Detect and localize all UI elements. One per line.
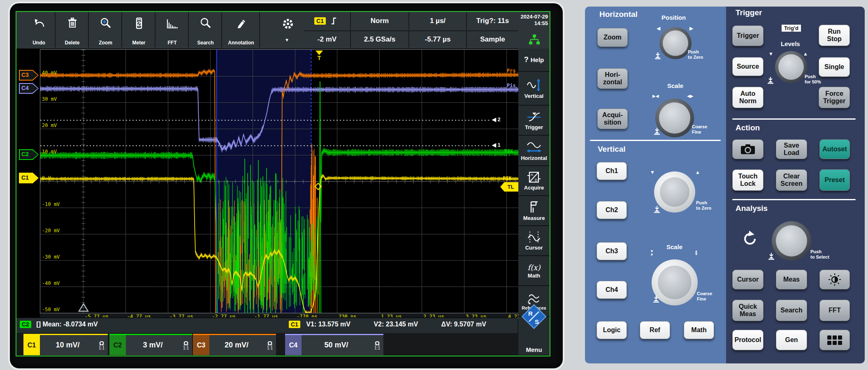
touch-lock-button[interactable]: Touch Lock bbox=[732, 169, 764, 191]
pencil-icon bbox=[234, 17, 248, 30]
cursor-results[interactable]: C1 V1: 13.575 mV V2: 23.145 mV ΔV: 9.570… bbox=[289, 321, 486, 328]
fft-button[interactable]: FFT bbox=[156, 12, 189, 48]
touch-icon bbox=[653, 127, 661, 135]
toolbar-expand-arrow[interactable]: ▼ bbox=[285, 37, 289, 42]
cursor-dv-value: ΔV: 9.5707 mV bbox=[441, 321, 486, 328]
sidebar-item-help[interactable]: ? Help bbox=[518, 49, 550, 72]
channel-c1-box[interactable]: C1 10 mV/ Ω1:1 bbox=[23, 334, 108, 355]
status-trigger-mode-cell[interactable]: Norm bbox=[350, 12, 408, 30]
acquire-label: Acquire bbox=[524, 185, 544, 191]
front-panel: Horizontal Zoom Hori- zontal Acqui- siti… bbox=[578, 0, 868, 370]
fft-panel-button[interactable]: FFT bbox=[819, 300, 850, 321]
touch-icon bbox=[652, 295, 660, 303]
channel-c4-box[interactable]: C4 50 mV/ Ω1:1 bbox=[285, 334, 383, 355]
status-timebase-cell[interactable]: 1 µs/ bbox=[408, 12, 466, 30]
c2-position-badge[interactable]: C2 bbox=[19, 149, 39, 160]
trigger-position-marker[interactable]: T bbox=[315, 50, 323, 61]
vertical-icon bbox=[526, 78, 542, 92]
zoom-label: Zoom bbox=[99, 40, 112, 46]
c1-position-badge[interactable]: C1 bbox=[19, 173, 39, 183]
cursor2-marker[interactable]: ◀ 2 bbox=[492, 116, 501, 123]
quick-meas-button[interactable]: Quick Meas bbox=[732, 300, 764, 321]
search-button[interactable]: Search bbox=[190, 12, 222, 48]
zoom-panel-button[interactable]: Zoom bbox=[597, 28, 628, 47]
cursor-button[interactable]: Cursor bbox=[732, 270, 764, 289]
acqmode-value: Sample bbox=[480, 35, 505, 44]
logic-button[interactable]: Logic bbox=[596, 321, 627, 339]
c1-coupling: Ω bbox=[99, 340, 104, 346]
meter-button[interactable]: Meter bbox=[123, 12, 155, 48]
sidebar-item-trigger[interactable]: Trigger bbox=[518, 106, 550, 136]
c4-position-badge[interactable]: C4 bbox=[19, 83, 39, 94]
status-trigger-source-cell[interactable]: C1 bbox=[304, 12, 350, 30]
protocol-button[interactable]: Protocol bbox=[732, 330, 764, 350]
vertical-section-title: Vertical bbox=[598, 145, 626, 154]
sidebar-item-acquire[interactable]: AD Acquire bbox=[518, 166, 550, 196]
search-panel-button[interactable]: Search bbox=[776, 300, 807, 321]
cursor1-marker[interactable]: ◀ 1 bbox=[492, 142, 501, 148]
ch1-button[interactable]: Ch1 bbox=[596, 162, 627, 180]
status-hposition-cell[interactable]: -5.77 µs bbox=[408, 30, 466, 48]
status-trigger-state-cell[interactable]: Trig?: 11s bbox=[466, 12, 518, 30]
c3-coupling: Ω bbox=[267, 340, 272, 346]
svg-text:A: A bbox=[531, 173, 533, 177]
trigger-menu-button[interactable]: Trigger bbox=[732, 25, 764, 46]
analysis-knob[interactable] bbox=[772, 221, 811, 261]
touch-icon bbox=[654, 52, 661, 59]
math-button[interactable]: Math bbox=[684, 321, 714, 339]
v-label-n30mv: -30 mV bbox=[42, 254, 60, 260]
sidebar-item-math[interactable]: f(x) Math bbox=[518, 256, 550, 286]
help-label: Help bbox=[531, 56, 544, 63]
rs-logo[interactable]: RS bbox=[521, 303, 547, 331]
preset-button[interactable]: Preset bbox=[819, 169, 850, 191]
sidebar-item-vertical[interactable]: Vertical bbox=[518, 72, 550, 106]
ch3-button[interactable]: Ch3 bbox=[596, 242, 627, 260]
horizontal-scale-knob[interactable] bbox=[655, 99, 694, 137]
settings-gear-button[interactable] bbox=[282, 18, 294, 32]
undo-button[interactable]: Undo bbox=[23, 12, 56, 48]
sidebar-item-cursor[interactable]: Cursor bbox=[518, 226, 550, 256]
status-offset-cell[interactable]: -2 mV bbox=[304, 30, 350, 48]
horizontal-panel-button[interactable]: Hori- zontal bbox=[597, 68, 628, 89]
c3-position-badge[interactable]: C3 bbox=[19, 70, 39, 81]
apps-button[interactable] bbox=[819, 330, 850, 350]
single-button[interactable]: Single bbox=[819, 57, 850, 77]
touch-icon bbox=[653, 206, 661, 213]
sidebar-item-measure[interactable]: Measure bbox=[518, 196, 550, 226]
h-pos-push-hint: Push to Zero bbox=[688, 49, 703, 60]
ch4-button[interactable]: Ch4 bbox=[596, 281, 627, 299]
levels-up-arrow-icon: ▲ bbox=[803, 51, 808, 57]
oscilloscope-bezel: Undo Delete Zoom Meter FFT bbox=[8, 2, 564, 370]
save-load-button[interactable]: Save Load bbox=[776, 139, 807, 159]
clear-screen-button[interactable]: Clear Screen bbox=[776, 169, 807, 191]
delete-button[interactable]: Delete bbox=[56, 12, 89, 48]
intensity-button[interactable] bbox=[819, 270, 850, 289]
acquisition-button[interactable]: Acqui- sition bbox=[597, 109, 628, 129]
c2-badge: C2 bbox=[109, 335, 126, 355]
mean-measurement[interactable]: C2 [] Mean: -8.0734 mV bbox=[20, 321, 98, 328]
c4-badge: C4 bbox=[285, 335, 302, 355]
gen-button[interactable]: Gen bbox=[776, 330, 807, 350]
zoom-tool-button[interactable]: Zoom bbox=[90, 12, 122, 48]
screenshot-button[interactable] bbox=[732, 139, 764, 159]
waveform-display[interactable]: 40 mV 30 mV 20 mV 10 mV 0 V -10 mV -20 m… bbox=[40, 49, 519, 313]
meas-button[interactable]: Meas bbox=[776, 270, 807, 289]
annotation-button[interactable]: Annotation bbox=[223, 12, 260, 48]
source-button[interactable]: Source bbox=[732, 57, 764, 76]
c2-probe: 1:1 bbox=[183, 346, 189, 350]
status-acqmode-cell[interactable]: Sample bbox=[466, 30, 518, 48]
channel-c2-box[interactable]: C2 3 mV/ Ω1:1 bbox=[109, 334, 192, 355]
status-samplerate-cell[interactable]: 2.5 GSa/s bbox=[350, 30, 408, 48]
autoset-button[interactable]: Autoset bbox=[819, 139, 850, 159]
trigger-levels-knob[interactable] bbox=[775, 51, 807, 83]
sidebar-item-horizontal[interactable]: Horizontal bbox=[518, 136, 550, 166]
horizontal-position-knob[interactable] bbox=[659, 27, 692, 59]
delete-label: Delete bbox=[65, 40, 79, 46]
channel-c3-box[interactable]: C3 20 mV/ Ω1:1 bbox=[193, 334, 276, 355]
auto-norm-button[interactable]: Auto Norm bbox=[732, 87, 764, 108]
apps-grid-icon bbox=[826, 335, 843, 345]
ch2-button[interactable]: Ch2 bbox=[596, 201, 627, 219]
ref-button[interactable]: Ref bbox=[640, 321, 670, 339]
force-trigger-button[interactable]: Force Trigger bbox=[819, 87, 850, 108]
run-stop-button[interactable]: Run Stop bbox=[819, 25, 850, 46]
